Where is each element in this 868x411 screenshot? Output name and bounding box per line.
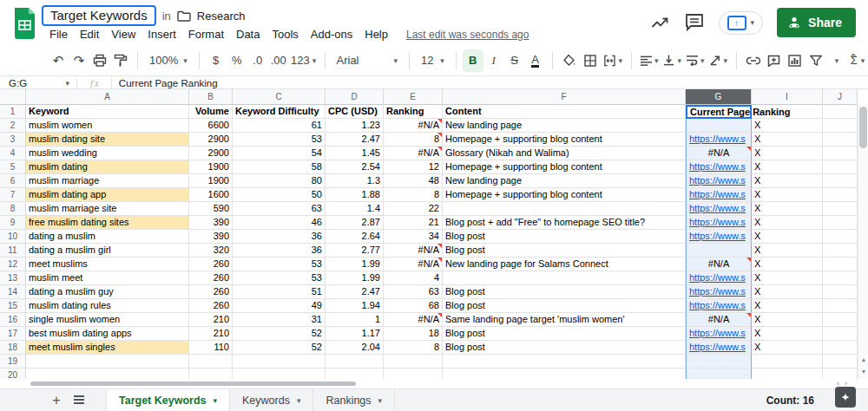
cell-B16[interactable]: 210 [189,313,233,327]
cell-A2[interactable]: muslim women [26,119,189,133]
cell-B11[interactable]: 320 [189,244,233,258]
cell-J17[interactable] [823,327,858,341]
cell-B12[interactable]: 260 [189,258,233,271]
cell-J12[interactable] [823,258,858,271]
row-header-6[interactable]: 6 [0,174,26,188]
cell-E15[interactable]: 68 [384,299,443,313]
cell-I15[interactable]: X [752,299,823,313]
row-header-8[interactable]: 8 [0,202,26,216]
cell-B13[interactable]: 260 [189,271,233,285]
page-link[interactable]: https://www.s [689,203,746,213]
cell-F16[interactable]: Same landing page target 'muslim women' [443,313,686,327]
cell-G20[interactable] [686,369,752,379]
cell-C14[interactable]: 51 [233,285,326,299]
menu-item-format[interactable]: Format [182,25,230,43]
cell-B6[interactable]: 1900 [189,174,233,188]
last-edit-link[interactable]: Last edit was seconds ago [406,29,529,41]
cell-E18[interactable]: 8 [384,341,443,355]
row-header-16[interactable]: 16 [0,313,26,327]
cell-E9[interactable]: 21 [384,216,443,230]
undo-button[interactable]: ↶ [48,49,69,72]
cell-B5[interactable]: 1900 [189,160,233,174]
formula-input[interactable]: Current Page Ranking [112,78,218,88]
page-link[interactable]: https://www.s [689,272,746,283]
cell-G5[interactable]: https://www.s [686,160,752,174]
horizontal-align-button[interactable]: ▾ [638,49,661,72]
insights-trend-icon[interactable] [649,12,670,33]
cell-F8[interactable] [443,202,686,216]
cell-A3[interactable]: muslim dating site [26,133,189,147]
select-all-corner[interactable] [0,89,26,105]
column-header-B[interactable]: B [189,89,233,105]
cell-E16[interactable]: #N/A [384,313,443,327]
tab-caret-icon[interactable]: ▾ [214,396,218,405]
strikethrough-button[interactable]: S [504,49,525,72]
row-header-5[interactable]: 5 [0,160,26,174]
cell-I3[interactable]: X [752,133,823,147]
cell-D5[interactable]: 2.54 [326,160,384,174]
scroll-up-icon[interactable]: ▲ [858,354,868,365]
cell-A4[interactable]: muslim wedding [26,147,189,160]
cell-F11[interactable]: Blog post [443,244,686,258]
cell-G19[interactable] [686,355,752,369]
format-currency-button[interactable]: $ [206,49,227,72]
cell-J7[interactable] [823,188,858,202]
cell-E13[interactable]: 4 [384,271,443,285]
cell-B15[interactable]: 260 [189,299,233,313]
cell-I10[interactable]: X [752,230,823,244]
sheet-tab-target-keywords[interactable]: Target Keywords▾ [106,389,230,411]
cell-I11[interactable]: X [752,244,823,258]
row-header-13[interactable]: 13 [0,271,26,285]
bold-button[interactable]: B [463,49,483,72]
name-box[interactable]: G:G ▾ [0,78,76,88]
cell-A15[interactable]: muslim dating rules [26,299,189,313]
cell-A7[interactable]: muslim dating app [26,188,189,202]
cell-I9[interactable]: X [752,216,823,230]
cell-I5[interactable]: X [752,160,823,174]
cell-J18[interactable] [823,341,858,355]
cell-F2[interactable]: New landing page [443,119,686,133]
cell-I4[interactable]: X [752,147,823,160]
cell-I14[interactable]: X [752,285,823,299]
cell-B9[interactable]: 390 [189,216,233,230]
cell-D3[interactable]: 2.47 [326,133,384,147]
cell-E8[interactable]: 22 [384,202,443,216]
cell-C9[interactable]: 46 [233,216,326,230]
column-header-D[interactable]: D [326,89,384,105]
cell-D7[interactable]: 1.88 [326,188,384,202]
cell-B8[interactable]: 590 [189,202,233,216]
cell-J2[interactable] [823,119,858,133]
cell-C4[interactable]: 54 [233,147,326,160]
decrease-decimal-button[interactable]: .0 [247,49,268,72]
cell-B20[interactable] [189,369,233,379]
cell-A18[interactable]: meet muslim singles [26,341,189,355]
cell-B1[interactable]: Volume [189,105,233,119]
increase-decimal-button[interactable]: .00 [268,49,289,72]
cell-C16[interactable]: 31 [233,313,326,327]
insert-link-button[interactable] [743,49,764,72]
cell-D1[interactable]: CPC (USD) [326,105,384,119]
share-button[interactable]: Share [777,8,856,37]
cell-F20[interactable] [443,369,686,379]
horizontal-scrollbar-thumb[interactable] [30,382,356,386]
row-header-12[interactable]: 12 [0,258,26,271]
cell-I8[interactable]: X [752,202,823,216]
cell-F10[interactable]: Blog post [443,230,686,244]
cell-C12[interactable]: 53 [233,258,326,271]
cell-B7[interactable]: 1600 [189,188,233,202]
insert-chart-button[interactable] [785,49,806,72]
cell-J20[interactable] [823,369,858,379]
column-header-A[interactable]: A [26,89,189,105]
column-header-I[interactable]: I [752,89,823,105]
row-header-10[interactable]: 10 [0,230,26,244]
cell-J16[interactable] [823,313,858,327]
cell-D13[interactable]: 1.99 [326,271,384,285]
cell-I2[interactable]: X [752,119,823,133]
cell-D2[interactable]: 1.23 [326,119,384,133]
cell-E11[interactable]: #N/A [384,244,443,258]
cell-E7[interactable]: 8 [384,188,443,202]
format-percent-button[interactable]: % [227,49,247,72]
cell-A13[interactable]: muslim meet [26,271,189,285]
cell-G4[interactable]: #N/A [686,147,752,160]
cell-G8[interactable]: https://www.s [686,202,752,216]
